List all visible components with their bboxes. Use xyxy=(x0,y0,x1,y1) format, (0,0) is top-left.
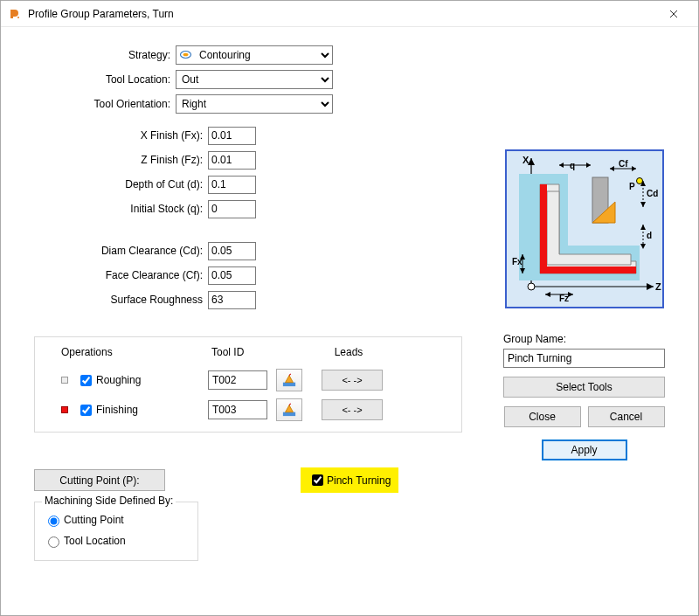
tool-id-heading: Tool ID xyxy=(211,346,309,358)
svg-marker-25 xyxy=(632,166,636,171)
finishing-checkbox[interactable] xyxy=(80,405,92,416)
group-name-label: Group Name: xyxy=(503,333,674,345)
dialog-content: Strategy: Contouring Tool Location: Out … xyxy=(1,27,698,615)
x-finish-label: X Finish (Fx): xyxy=(18,129,208,142)
face-clearance-input[interactable] xyxy=(208,266,256,285)
svg-marker-40 xyxy=(545,292,550,297)
roughing-color-swatch xyxy=(61,377,68,384)
svg-text:P: P xyxy=(629,182,635,191)
initial-stock-input[interactable] xyxy=(208,200,256,218)
finishing-color-swatch xyxy=(61,406,68,413)
titlebar: Profile Group Parameters, Turn xyxy=(1,1,698,27)
svg-text:Cd: Cd xyxy=(647,189,658,198)
operations-heading: Operations xyxy=(61,346,211,358)
finishing-text: Finishing xyxy=(96,404,138,416)
window-close-button[interactable] xyxy=(656,2,691,26)
tool-location-radio-text: Tool Location xyxy=(64,535,126,547)
svg-marker-29 xyxy=(640,202,646,207)
select-tools-button[interactable]: Select Tools xyxy=(503,377,665,398)
apply-button[interactable]: Apply xyxy=(542,440,627,460)
svg-marker-41 xyxy=(568,292,573,297)
bottom-area: Cutting Point (P): Pinch Turning Machini… xyxy=(34,467,681,561)
z-finish-input[interactable] xyxy=(208,151,256,170)
tool-location-radio-label[interactable]: Tool Location xyxy=(44,530,189,551)
pinch-turning-checkbox[interactable] xyxy=(312,474,323,486)
svg-rect-4 xyxy=(283,383,295,386)
roughing-leads-button[interactable]: <- -> xyxy=(322,370,383,391)
tool-icon xyxy=(282,372,296,388)
svg-text:Z: Z xyxy=(655,281,661,292)
group-name-input[interactable] xyxy=(503,349,665,368)
roughing-checkbox[interactable] xyxy=(80,375,92,386)
cutting-point-radio-label[interactable]: Cutting Point xyxy=(44,509,189,530)
svg-marker-21 xyxy=(586,163,591,168)
diagram-svg: Z X xyxy=(507,151,662,307)
z-finish-label: Z Finish (Fz): xyxy=(18,154,208,166)
strategy-label: Strategy: xyxy=(18,49,176,61)
svg-text:X: X xyxy=(523,155,529,165)
tool-location-label: Tool Location: xyxy=(18,73,176,86)
roughing-check-label[interactable]: Roughing xyxy=(77,372,208,389)
finishing-tool-input[interactable] xyxy=(208,400,267,419)
finishing-leads-button[interactable]: <- -> xyxy=(322,399,383,420)
depth-cut-input[interactable] xyxy=(208,176,256,194)
surface-roughness-label: Surface Roughness xyxy=(18,294,208,306)
leads-heading: Leads xyxy=(309,346,388,358)
finishing-tool-picker-button[interactable] xyxy=(276,398,302,421)
right-panel: Z X xyxy=(495,149,674,460)
dialog-window: Profile Group Parameters, Turn Strategy:… xyxy=(0,0,699,616)
surface-roughness-input[interactable] xyxy=(208,291,256,309)
svg-marker-32 xyxy=(640,225,646,230)
svg-marker-7 xyxy=(647,283,654,290)
finishing-check-label[interactable]: Finishing xyxy=(77,402,208,419)
tool-icon xyxy=(282,402,296,418)
svg-point-1 xyxy=(17,17,19,18)
cutting-point-radio-text: Cutting Point xyxy=(64,514,124,526)
machining-side-group: Machining Side Defined By: Cutting Point… xyxy=(34,502,198,561)
svg-rect-5 xyxy=(283,412,295,416)
cutting-point-radio[interactable] xyxy=(48,516,59,527)
window-title: Profile Group Parameters, Turn xyxy=(28,8,656,20)
strategy-select[interactable]: Contouring xyxy=(176,45,333,65)
x-finish-input[interactable] xyxy=(208,127,256,145)
cancel-button[interactable]: Cancel xyxy=(588,406,665,427)
roughing-tool-input[interactable] xyxy=(208,370,267,390)
cutting-point-button[interactable]: Cutting Point (P): xyxy=(34,469,165,491)
face-clearance-label: Face Clearance (Cf): xyxy=(18,269,208,281)
depth-cut-label: Depth of Cut (d): xyxy=(18,178,208,190)
svg-point-16 xyxy=(636,178,642,184)
roughing-tool-picker-button[interactable] xyxy=(276,369,302,391)
initial-stock-label: Initial Stock (q): xyxy=(18,203,208,215)
tool-location-radio[interactable] xyxy=(48,536,59,548)
diam-clearance-input[interactable] xyxy=(208,242,256,260)
svg-text:d: d xyxy=(647,231,652,240)
svg-text:Cf: Cf xyxy=(619,159,628,169)
svg-marker-20 xyxy=(559,163,564,168)
tool-orientation-select[interactable]: Right xyxy=(176,94,333,114)
svg-point-12 xyxy=(528,283,535,290)
parameter-diagram: Z X xyxy=(505,149,664,308)
app-icon xyxy=(8,7,22,21)
tool-orientation-label: Tool Orientation: xyxy=(18,98,176,110)
pinch-turning-text: Pinch Turning xyxy=(327,474,391,487)
svg-marker-24 xyxy=(610,166,614,171)
machining-side-legend: Machining Side Defined By: xyxy=(42,495,176,507)
diam-clearance-label: Diam Clearance (Cd): xyxy=(18,245,208,257)
close-button[interactable]: Close xyxy=(504,406,581,427)
roughing-text: Roughing xyxy=(96,374,141,386)
pinch-turning-check-label[interactable]: Pinch Turning xyxy=(308,472,391,488)
svg-marker-33 xyxy=(640,244,646,249)
svg-text:Fz: Fz xyxy=(559,294,569,303)
tool-location-select[interactable]: Out xyxy=(176,70,333,89)
pinch-turning-highlight: Pinch Turning xyxy=(301,467,398,493)
operations-panel: Operations Tool ID Leads Roughing xyxy=(34,336,462,433)
